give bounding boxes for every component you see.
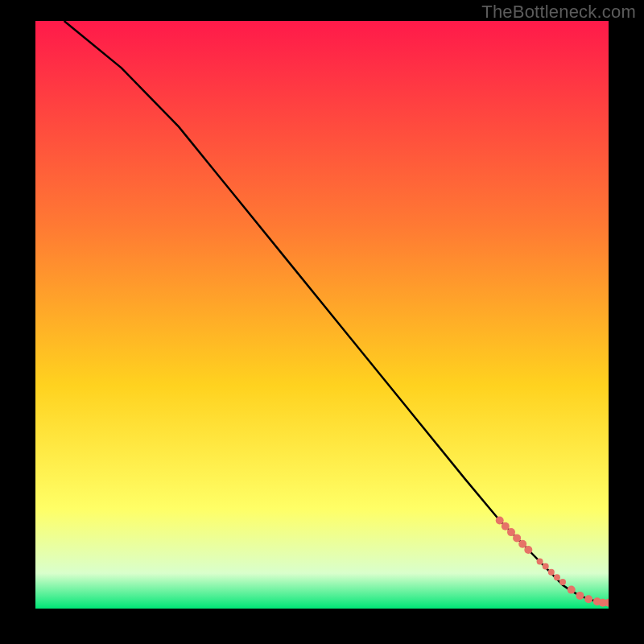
data-point [576,592,584,600]
data-point [554,574,560,580]
data-point [513,534,521,542]
data-point [537,559,543,565]
data-point [568,586,576,594]
data-point [507,528,515,536]
data-point [543,563,549,569]
chart-frame: TheBottleneck.com [0,0,644,644]
watermark-text: TheBottleneck.com [481,2,636,23]
data-point [502,522,510,530]
data-point [518,540,526,548]
data-point [524,546,532,554]
plot-svg [35,21,609,609]
plot-area [35,21,609,609]
data-point [584,595,592,603]
data-point [548,569,555,576]
gradient-background [35,21,609,609]
data-point [496,517,504,525]
data-point [559,579,566,585]
